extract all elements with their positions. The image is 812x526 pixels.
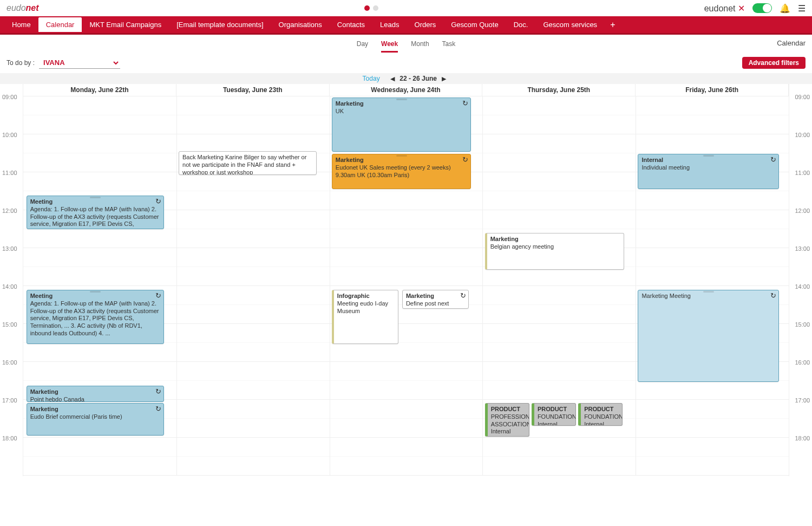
tab-orgs[interactable]: Organisations [271, 16, 330, 33]
view-month[interactable]: Month [411, 40, 429, 53]
app-logo: eudonet [6, 3, 39, 13]
time-axis-right: 09:0010:0011:0012:0013:0014:0015:0016:00… [789, 84, 812, 476]
date-range: 22 - 26 June [400, 75, 437, 82]
calendar-grid: 09:0010:0011:0012:0013:0014:0015:0016:00… [0, 84, 812, 476]
assignee-select[interactable]: IVANA [39, 57, 120, 69]
recur-icon: ↻ [155, 405, 161, 413]
tab-templates[interactable]: [Email template documents] [169, 16, 271, 33]
recur-icon: ↻ [460, 291, 466, 300]
dayhead-tue: Tuesday, June 23th [176, 84, 330, 96]
event-sales-meeting[interactable]: ↻ MarketingEudonet UK Sales meeting (eve… [332, 154, 471, 189]
event-agency[interactable]: MarketingBelgian agency meeting [485, 233, 624, 270]
dayhead-fri: Friday, June 26th [636, 84, 789, 96]
event-marketing[interactable]: ↻ MarketingEudo Brief commercial (Paris … [27, 403, 165, 436]
theme-toggle[interactable] [752, 3, 772, 13]
dayhead-wed: Wednesday, June 24th [330, 84, 483, 96]
event-infographic[interactable]: InfographicMeeting eudo I-day Museum [332, 290, 398, 344]
tab-orders[interactable]: Orders [407, 16, 444, 33]
recur-icon: ↻ [462, 155, 468, 164]
prev-week-button[interactable]: ◀ [387, 75, 398, 82]
dot-1[interactable] [364, 5, 370, 11]
recur-icon: ↻ [462, 99, 468, 108]
recur-icon: ↻ [155, 291, 161, 300]
today-link[interactable]: Today [363, 75, 380, 82]
dayhead-mon: Monday, June 22th [23, 84, 176, 96]
section-label: Calendar [777, 39, 806, 47]
recur-icon: ↻ [770, 291, 776, 300]
event-product[interactable]: PRODUCTPROFESSIONAL ASSOCIATIONS Interna… [485, 403, 529, 437]
recur-icon: ↻ [770, 155, 776, 164]
notifications-icon[interactable]: 🔔 [780, 3, 790, 14]
time-slots[interactable]: ↻ MeetingAgenda: 1. Follow-up of the MAP… [23, 96, 789, 476]
time-axis-left: 09:0010:0011:0012:0013:0014:0015:0016:00… [0, 84, 23, 476]
carousel-indicator[interactable] [364, 5, 378, 11]
day-headers: Monday, June 22th Tuesday, June 23th Wed… [23, 84, 789, 96]
date-nav: Today ◀ 22 - 26 June ▶ [0, 73, 812, 84]
tab-calendar[interactable]: Calendar [38, 17, 82, 32]
filter-bar: To do by : IVANA Advanced filters [0, 55, 812, 73]
view-week[interactable]: Week [381, 40, 398, 53]
dot-2[interactable] [373, 5, 378, 11]
recur-icon: ↻ [155, 197, 161, 206]
event-marketing-meeting[interactable]: ↻ Marketing Meeting [638, 290, 778, 382]
tab-quote[interactable]: Gescom Quote [443, 16, 506, 33]
event-marketing-uk[interactable]: ↻ MarketingUK [332, 98, 471, 152]
event-marketing[interactable]: ↻ MarketingDefine post next [402, 290, 469, 309]
add-tab-button[interactable]: + [605, 20, 620, 30]
event-meeting[interactable]: ↻ MeetingAgenda: 1. Follow-up of the MAP… [27, 196, 165, 229]
next-week-button[interactable]: ▶ [438, 75, 449, 82]
tab-mkt[interactable]: MKT Email Campaigns [82, 16, 169, 33]
event-marketing[interactable]: ↻ MarketingPoint hebdo Canada [27, 386, 165, 402]
view-tabs: Day Week Month Task Calendar [0, 35, 812, 55]
event-meeting[interactable]: ↻ MeetingAgenda: 1. Follow-up of the MAP… [27, 290, 165, 344]
tab-leads[interactable]: Leads [372, 16, 407, 33]
tab-services[interactable]: Gescom services [535, 16, 605, 33]
main-nav: Home Calendar MKT Email Campaigns [Email… [0, 16, 812, 35]
todo-label: To do by : [6, 59, 35, 67]
event-note[interactable]: Back Marketing Karine Bilger to say whet… [179, 151, 317, 175]
view-day[interactable]: Day [357, 40, 368, 53]
advanced-filters-button[interactable]: Advanced filters [742, 57, 806, 69]
event-product[interactable]: PRODUCTFOUNDATIONS Internal [578, 403, 623, 426]
event-internal[interactable]: ↻ InternalIndividual meeting [638, 154, 778, 189]
menu-icon[interactable]: ☰ [798, 3, 806, 14]
tab-contacts[interactable]: Contacts [330, 16, 372, 33]
top-bar: eudonet eudonet ✕ 🔔 ☰ [0, 0, 812, 16]
tab-doc[interactable]: Doc. [506, 16, 536, 33]
tab-home[interactable]: Home [4, 16, 38, 33]
brand-label: eudonet ✕ [704, 3, 745, 14]
recur-icon: ↻ [155, 387, 161, 396]
view-task[interactable]: Task [442, 40, 456, 53]
dayhead-thu: Thursday, June 25th [482, 84, 636, 96]
event-product[interactable]: PRODUCTFOUNDATIONS Internal [532, 403, 576, 426]
